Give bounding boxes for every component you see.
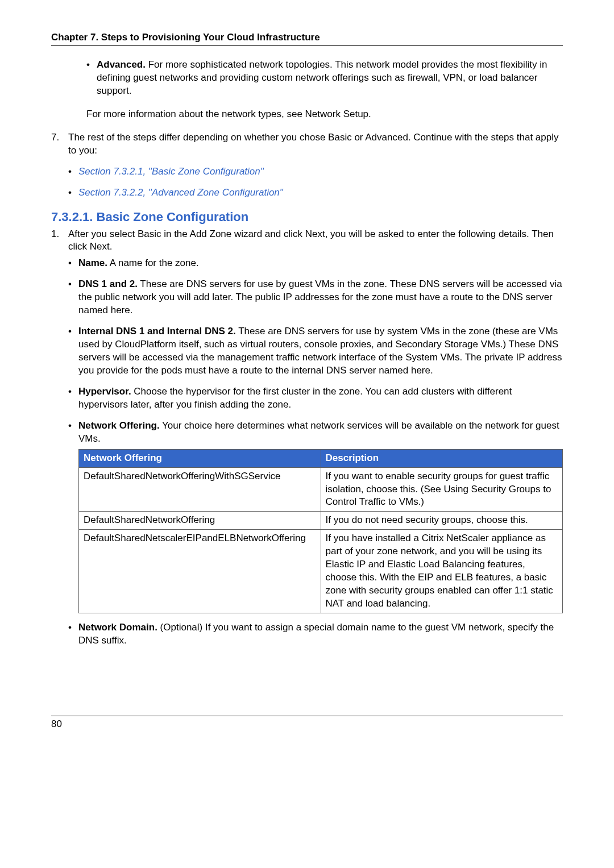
table-cell-offering: DefaultSharedNetworkOfferingWithSGServic…: [79, 467, 321, 512]
field-name: Name. A name for the zone.: [68, 257, 563, 270]
field-hypervisor: Hypervisor. Choose the hypervisor for th…: [68, 385, 563, 412]
field-hypervisor-label: Hypervisor.: [78, 386, 131, 397]
table-row: DefaultSharedNetworkOffering If you do n…: [79, 512, 563, 530]
advanced-label: Advanced.: [97, 59, 146, 70]
field-internal-dns-label: Internal DNS 1 and Internal DNS 2.: [78, 326, 236, 337]
step-7-number: 7.: [51, 131, 59, 144]
network-offering-table: Network Offering Description DefaultShar…: [78, 449, 563, 613]
step-7: 7. The rest of the steps differ dependin…: [51, 131, 563, 200]
link-advanced-zone-text[interactable]: Section 7.3.2.2, "Advanced Zone Configur…: [78, 187, 283, 198]
field-network-domain: Network Domain. (Optional) If you want t…: [68, 621, 563, 647]
step-1-number: 1.: [51, 228, 59, 241]
page-number: 80: [51, 719, 563, 730]
page-footer: 80: [51, 716, 563, 730]
table-cell-description: If you want to enable security groups fo…: [321, 467, 563, 512]
field-network-domain-label: Network Domain.: [78, 622, 157, 633]
table-row: DefaultSharedNetscalerEIPandELBNetworkOf…: [79, 530, 563, 613]
footer-rule: [51, 716, 563, 716]
field-network-offering-label: Network Offering.: [78, 420, 160, 431]
table-header-row: Network Offering Description: [79, 449, 563, 467]
table-row: DefaultSharedNetworkOfferingWithSGServic…: [79, 467, 563, 512]
link-basic-zone: Section 7.3.2.1, "Basic Zone Configurati…: [68, 165, 563, 178]
table-header-description: Description: [321, 449, 563, 467]
field-name-label: Name.: [78, 258, 107, 268]
link-advanced-zone: Section 7.3.2.2, "Advanced Zone Configur…: [68, 186, 563, 200]
field-hypervisor-text: Choose the hypervisor for the first clus…: [78, 386, 512, 410]
section-title: 7.3.2.1. Basic Zone Configuration: [51, 210, 563, 225]
advanced-bullet: Advanced. For more sophisticated network…: [86, 59, 563, 98]
field-dns-text: These are DNS servers for use by guest V…: [78, 279, 562, 315]
step-1: 1. After you select Basic in the Add Zon…: [51, 228, 563, 647]
advanced-text: For more sophisticated network topologie…: [97, 59, 547, 96]
field-network-offering: Network Offering. Your choice here deter…: [68, 420, 563, 613]
table-cell-offering: DefaultSharedNetworkOffering: [79, 512, 321, 530]
field-dns-label: DNS 1 and 2.: [78, 279, 138, 289]
step-1-text: After you select Basic in the Add Zone w…: [68, 229, 554, 252]
advanced-bullet-list: Advanced. For more sophisticated network…: [86, 59, 563, 98]
more-info-paragraph: For more information about the network t…: [86, 108, 563, 121]
field-internal-dns: Internal DNS 1 and Internal DNS 2. These…: [68, 325, 563, 377]
field-name-text: A name for the zone.: [107, 258, 199, 268]
header-rule: [51, 45, 563, 46]
link-basic-zone-text[interactable]: Section 7.3.2.1, "Basic Zone Configurati…: [78, 166, 264, 177]
step-7-text: The rest of the steps differ depending o…: [68, 132, 559, 156]
field-dns: DNS 1 and 2. These are DNS servers for u…: [68, 278, 563, 317]
table-cell-offering: DefaultSharedNetscalerEIPandELBNetworkOf…: [79, 530, 321, 613]
running-header: Chapter 7. Steps to Provisioning Your Cl…: [51, 32, 563, 45]
table-cell-description: If you do not need security groups, choo…: [321, 512, 563, 530]
table-cell-description: If you have installed a Citrix NetScaler…: [321, 530, 563, 613]
table-header-offering: Network Offering: [79, 449, 321, 467]
